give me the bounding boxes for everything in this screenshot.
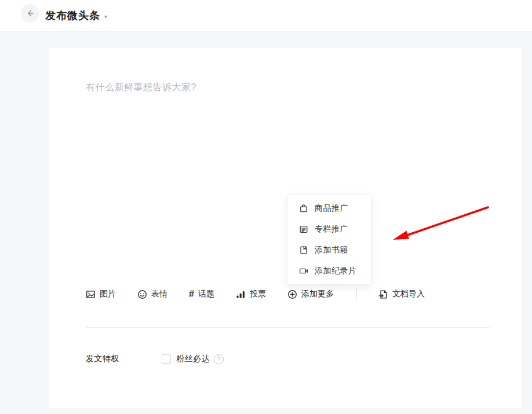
composer-card: 有什么新鲜事想告诉大家? 图片 表情 — [49, 48, 522, 408]
toolbar-divider — [356, 288, 357, 301]
doc-import-button[interactable]: 文档导入 — [378, 289, 425, 299]
poll-label: 投票 — [250, 289, 266, 299]
emoji-icon — [137, 290, 147, 299]
image-icon — [86, 290, 96, 299]
menu-item-label: 添加纪录片 — [315, 266, 357, 276]
image-label: 图片 — [100, 289, 116, 299]
chevron-down-icon: ▾ — [104, 12, 107, 20]
publish-micro-post-page: 发布微头条 ▾ 有什么新鲜事想告诉大家? 图片 — [0, 0, 532, 414]
header: 发布微头条 ▾ — [0, 0, 532, 32]
menu-item-add-documentary[interactable]: 添加纪录片 — [287, 261, 371, 281]
shopping-bag-icon — [299, 204, 308, 213]
doc-import-icon — [378, 290, 388, 299]
doc-import-label: 文档导入 — [392, 289, 425, 299]
article-icon — [299, 225, 308, 234]
topic-label: 话题 — [198, 289, 214, 299]
book-icon — [299, 246, 308, 255]
topic-button[interactable]: # 话题 — [189, 289, 214, 299]
fans-reach-label[interactable]: 粉丝必达 — [176, 354, 210, 364]
section-divider — [86, 327, 490, 328]
menu-item-label: 添加书籍 — [315, 245, 348, 255]
add-more-popup-menu: 商品推广 专栏推广 添加书籍 添加纪录片 — [287, 195, 371, 285]
menu-item-column-promotion[interactable]: 专栏推广 — [287, 219, 371, 240]
menu-item-add-book[interactable]: 添加书籍 — [287, 240, 371, 261]
video-camera-icon — [299, 266, 308, 276]
composer-placeholder: 有什么新鲜事想告诉大家? — [86, 82, 196, 92]
poll-button[interactable]: 投票 — [236, 289, 266, 299]
emoji-button[interactable]: 表情 — [137, 289, 167, 299]
plus-circle-icon — [287, 290, 297, 299]
menu-item-label: 商品推广 — [315, 203, 348, 214]
emoji-label: 表情 — [151, 289, 167, 299]
image-button[interactable]: 图片 — [86, 289, 116, 299]
back-arrow-icon — [25, 9, 35, 18]
page-title: 发布微头条 — [45, 9, 100, 23]
menu-item-product-promotion[interactable]: 商品推广 — [287, 198, 371, 219]
privileges-title: 发文特权 — [86, 354, 119, 364]
composer-toolbar: 图片 表情 # 话题 — [86, 287, 446, 301]
add-more-label: 添加更多 — [301, 289, 334, 299]
menu-item-label: 专栏推广 — [315, 224, 348, 235]
poll-icon — [236, 290, 246, 299]
page-title-dropdown[interactable]: 发布微头条 ▾ — [45, 0, 107, 31]
hash-icon: # — [189, 290, 194, 299]
help-icon[interactable]: ? — [214, 354, 224, 364]
back-button[interactable] — [21, 4, 39, 23]
privileges-row: 发文特权 粉丝必达 ? — [86, 354, 224, 364]
fans-reach-checkbox[interactable] — [162, 354, 171, 364]
add-more-button[interactable]: 添加更多 — [287, 289, 334, 299]
